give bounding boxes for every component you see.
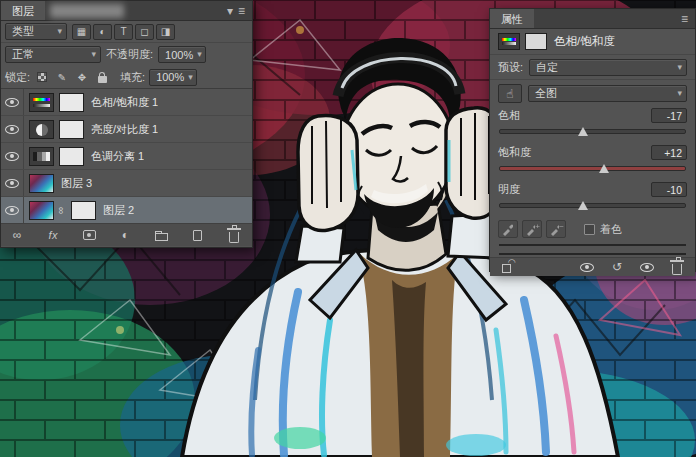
lock-pixels-button[interactable]: ✎ — [54, 70, 70, 85]
properties-bottom-toolbar: ↺ — [490, 257, 695, 276]
chevron-down-icon: ▾ — [197, 50, 202, 59]
properties-panel: 属性 ≡ 色相/饱和度 预设: 自定 ▾ ☝ 全图 ▾ — [489, 8, 696, 272]
filter-type-icon[interactable]: T — [114, 24, 133, 40]
eyedropper-add-button[interactable]: + — [522, 220, 542, 238]
toggle-visibility-button[interactable] — [639, 258, 655, 276]
layer-name[interactable]: 图层 3 — [61, 176, 92, 191]
visibility-toggle[interactable] — [1, 116, 24, 142]
layers-tab[interactable]: 图层 — [1, 1, 45, 20]
menu-icon: ≡ — [238, 4, 245, 18]
layer-row-layer2[interactable]: ∞ 图层 2 — [1, 197, 252, 223]
layer-mask-thumbnail[interactable] — [59, 147, 84, 166]
visibility-toggle[interactable] — [1, 197, 24, 223]
visibility-toggle[interactable] — [1, 170, 24, 196]
hue-saturation-adjustment-thumbnail[interactable] — [29, 93, 54, 112]
saturation-slider-track[interactable] — [499, 166, 686, 171]
hue-value-input[interactable]: -17 — [651, 108, 687, 123]
link-layers-button[interactable]: ∞ — [9, 226, 25, 244]
fill-value: 100% — [156, 71, 184, 83]
blend-mode-dropdown[interactable]: 正常 ▾ — [5, 46, 101, 63]
properties-panel-menu-button[interactable]: ≡ — [674, 9, 695, 28]
trash-icon — [672, 264, 682, 275]
colorize-label: 着色 — [600, 222, 622, 237]
filter-adjustment-icon[interactable]: ◐ — [93, 24, 112, 40]
collapse-icon: ▾ — [227, 4, 233, 18]
eye-icon — [580, 263, 594, 272]
delete-layer-button[interactable] — [226, 226, 242, 244]
eye-icon — [640, 263, 654, 272]
chevron-down-icon: ▾ — [677, 63, 682, 72]
channel-dropdown[interactable]: 全图 ▾ — [528, 85, 687, 102]
layers-panel-menu-button[interactable]: ▾ ≡ — [220, 1, 252, 20]
posterize-adjustment-thumbnail[interactable] — [29, 147, 54, 166]
new-layer-button[interactable] — [190, 226, 206, 244]
lock-transparency-button[interactable] — [34, 70, 50, 85]
adjustment-title: 色相/饱和度 — [554, 34, 615, 49]
layer-mask-thumbnail[interactable] — [71, 201, 96, 220]
blurred-tabs — [50, 4, 124, 18]
filter-pixel-icon[interactable]: ▦ — [72, 24, 91, 40]
properties-tab[interactable]: 属性 — [490, 9, 534, 28]
adjustment-title-row: 色相/饱和度 — [490, 29, 695, 55]
delete-adjustment-button[interactable] — [669, 258, 685, 276]
layer-name[interactable]: 色调分离 1 — [91, 149, 144, 164]
move-icon: ✥ — [78, 72, 86, 83]
mask-badge-icon[interactable] — [525, 33, 547, 50]
eye-icon — [5, 125, 19, 134]
link-mask-icon: ∞ — [56, 205, 67, 215]
filter-shape-icon[interactable]: ◻ — [135, 24, 154, 40]
chevron-down-icon: ▾ — [91, 50, 96, 59]
lock-all-button[interactable] — [94, 70, 110, 85]
lightness-slider-track[interactable] — [499, 203, 686, 208]
targeted-adjustment-tool-button[interactable]: ☝ — [498, 84, 522, 103]
layer-row-hue-saturation[interactable]: 色相/饱和度 1 — [1, 89, 252, 116]
lightness-slider-thumb[interactable] — [578, 201, 588, 210]
layer-name[interactable]: 亮度/对比度 1 — [91, 122, 158, 137]
clip-to-layer-button[interactable] — [500, 258, 516, 276]
hue-slider-thumb[interactable] — [578, 127, 588, 136]
kind-filter-dropdown[interactable]: 类型 ▾ — [5, 23, 67, 40]
eyedropper-subtract-button[interactable]: − — [546, 220, 566, 238]
layer-name[interactable]: 色相/饱和度 1 — [91, 95, 158, 110]
eyedropper-icon — [500, 223, 513, 236]
saturation-value-input[interactable]: +12 — [651, 145, 687, 160]
new-group-button[interactable] — [154, 226, 170, 244]
reset-adjustment-button[interactable]: ↺ — [609, 258, 625, 276]
colorize-checkbox[interactable] — [584, 224, 595, 235]
layer-filter-row: 类型 ▾ ▦ ◐ T ◻ ◨ — [1, 21, 252, 43]
add-layer-mask-button[interactable] — [81, 226, 97, 244]
eye-icon — [5, 179, 19, 188]
brightness-contrast-adjustment-thumbnail[interactable] — [29, 120, 54, 139]
layers-panel-header: 图层 ▾ ≡ — [1, 1, 252, 21]
layer-row-posterize[interactable]: 色调分离 1 — [1, 143, 252, 170]
brush-icon: ✎ — [58, 72, 66, 83]
lock-position-button[interactable]: ✥ — [74, 70, 90, 85]
filter-smart-object-icon[interactable]: ◨ — [156, 24, 175, 40]
layer-mask-thumbnail[interactable] — [59, 93, 84, 112]
chevron-down-icon: ▾ — [677, 89, 682, 98]
layer-row-brightness-contrast[interactable]: 亮度/对比度 1 — [1, 116, 252, 143]
opacity-input[interactable]: 100% ▾ — [158, 46, 206, 63]
blend-mode-value: 正常 — [12, 47, 34, 62]
lightness-value-input[interactable]: -10 — [651, 182, 687, 197]
view-previous-state-button[interactable] — [579, 258, 595, 276]
preset-dropdown[interactable]: 自定 ▾ — [529, 59, 687, 76]
layer-thumbnail[interactable] — [29, 174, 54, 193]
saturation-slider-block: 饱和度 +12 — [490, 144, 695, 181]
menu-icon: ≡ — [681, 12, 688, 26]
eyedropper-button[interactable] — [498, 220, 518, 238]
visibility-toggle[interactable] — [1, 143, 24, 169]
layer-row-layer3[interactable]: 图层 3 — [1, 170, 252, 197]
mask-icon — [83, 230, 96, 240]
layer-mask-thumbnail[interactable] — [59, 120, 84, 139]
new-adjustment-layer-button[interactable]: ◐ — [117, 226, 133, 244]
fill-input[interactable]: 100% ▾ — [149, 69, 197, 86]
layer-name[interactable]: 图层 2 — [103, 203, 134, 218]
opacity-label: 不透明度: — [106, 47, 153, 62]
channel-row: ☝ 全图 ▾ — [490, 80, 695, 107]
layer-style-button[interactable]: fx — [45, 226, 61, 244]
hue-slider-track[interactable] — [499, 129, 686, 134]
saturation-slider-thumb[interactable] — [599, 164, 609, 173]
layer-thumbnail[interactable] — [29, 201, 54, 220]
visibility-toggle[interactable] — [1, 89, 24, 115]
